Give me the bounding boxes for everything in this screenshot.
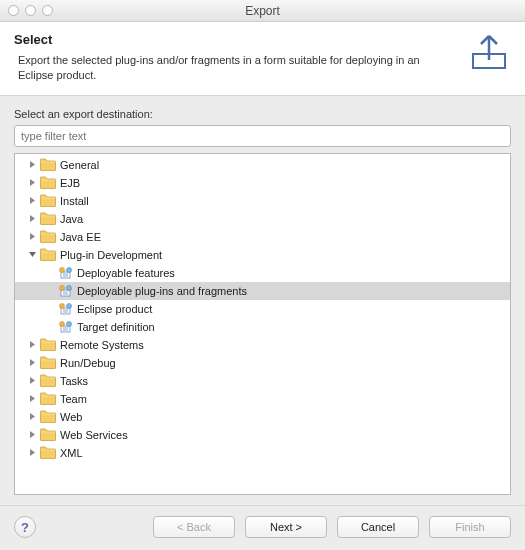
tree-item-label: Eclipse product [77, 303, 152, 315]
tree-item-label: Java EE [60, 231, 101, 243]
export-item-icon [58, 320, 73, 334]
folder-icon [40, 356, 56, 369]
tree-item-label: Remote Systems [60, 339, 144, 351]
zoom-window-button[interactable] [42, 5, 53, 16]
chevron-right-icon[interactable] [27, 375, 38, 386]
folder-icon [40, 374, 56, 387]
tree-item-label: Team [60, 393, 87, 405]
svg-point-2 [60, 267, 65, 272]
svg-point-11 [60, 321, 65, 326]
tree-item-label: Target definition [77, 321, 155, 333]
tree-item[interactable]: Target definition [15, 318, 510, 336]
chevron-right-icon[interactable] [27, 411, 38, 422]
export-tree[interactable]: GeneralEJBInstallJavaJava EEPlug-in Deve… [14, 153, 511, 495]
folder-icon [40, 194, 56, 207]
destination-label: Select an export destination: [14, 108, 511, 120]
folder-icon [40, 446, 56, 459]
wizard-header: Select Export the selected plug-ins and/… [0, 22, 525, 96]
svg-point-8 [60, 303, 65, 308]
tree-item[interactable]: EJB [15, 174, 510, 192]
folder-icon [40, 338, 56, 351]
svg-rect-7 [61, 308, 70, 314]
tree-item[interactable]: Java EE [15, 228, 510, 246]
back-button[interactable]: < Back [153, 516, 235, 538]
tree-item[interactable]: Run/Debug [15, 354, 510, 372]
chevron-right-icon[interactable] [27, 213, 38, 224]
tree-item-label: EJB [60, 177, 80, 189]
chevron-right-icon[interactable] [27, 339, 38, 350]
tree-item-label: Web Services [60, 429, 128, 441]
folder-icon [40, 248, 56, 261]
tree-item[interactable]: Remote Systems [15, 336, 510, 354]
tree-item-label: Run/Debug [60, 357, 116, 369]
folder-icon [40, 176, 56, 189]
chevron-right-icon[interactable] [27, 447, 38, 458]
folder-icon [40, 230, 56, 243]
window-title: Export [0, 4, 525, 18]
svg-point-5 [60, 285, 65, 290]
tree-item-label: Plug-in Development [60, 249, 162, 261]
tree-item-label: Install [60, 195, 89, 207]
tree-item[interactable]: Deployable plug-ins and fragments [15, 282, 510, 300]
tree-item[interactable]: Team [15, 390, 510, 408]
minimize-window-button[interactable] [25, 5, 36, 16]
help-button[interactable]: ? [14, 516, 36, 538]
tree-item-label: Deployable plug-ins and fragments [77, 285, 247, 297]
svg-point-6 [67, 285, 72, 290]
tree-item-label: Web [60, 411, 82, 423]
tree-item[interactable]: Web Services [15, 426, 510, 444]
folder-icon [40, 428, 56, 441]
finish-button[interactable]: Finish [429, 516, 511, 538]
tree-item[interactable]: XML [15, 444, 510, 462]
chevron-right-icon[interactable] [27, 159, 38, 170]
tree-item-label: Tasks [60, 375, 88, 387]
tree-item-label: General [60, 159, 99, 171]
next-button[interactable]: Next > [245, 516, 327, 538]
tree-item[interactable]: Install [15, 192, 510, 210]
tree-item[interactable]: Deployable features [15, 264, 510, 282]
tree-item[interactable]: Plug-in Development [15, 246, 510, 264]
export-item-icon [58, 266, 73, 280]
export-item-icon [58, 302, 73, 316]
close-window-button[interactable] [8, 5, 19, 16]
tree-item[interactable]: Web [15, 408, 510, 426]
tree-item[interactable]: Java [15, 210, 510, 228]
folder-icon [40, 212, 56, 225]
wizard-description: Export the selected plug-ins and/or frag… [14, 53, 457, 83]
filter-input[interactable] [14, 125, 511, 147]
svg-point-12 [67, 321, 72, 326]
export-icon [467, 32, 511, 72]
chevron-right-icon[interactable] [27, 357, 38, 368]
export-item-icon [58, 284, 73, 298]
tree-item[interactable]: Eclipse product [15, 300, 510, 318]
tree-item[interactable]: General [15, 156, 510, 174]
svg-rect-1 [61, 272, 70, 278]
svg-rect-10 [61, 326, 70, 332]
chevron-right-icon[interactable] [27, 429, 38, 440]
tree-item-label: Java [60, 213, 83, 225]
folder-icon [40, 410, 56, 423]
tree-item[interactable]: Tasks [15, 372, 510, 390]
svg-point-9 [67, 303, 72, 308]
wizard-footer: ? < Back Next > Cancel Finish [0, 505, 525, 550]
chevron-right-icon[interactable] [27, 231, 38, 242]
tree-item-label: XML [60, 447, 83, 459]
svg-rect-4 [61, 290, 70, 296]
titlebar: Export [0, 0, 525, 22]
svg-point-3 [67, 267, 72, 272]
folder-icon [40, 158, 56, 171]
chevron-right-icon[interactable] [27, 393, 38, 404]
chevron-right-icon[interactable] [27, 195, 38, 206]
wizard-title: Select [14, 32, 457, 47]
cancel-button[interactable]: Cancel [337, 516, 419, 538]
wizard-body: Select an export destination: GeneralEJB… [0, 96, 525, 505]
tree-item-label: Deployable features [77, 267, 175, 279]
folder-icon [40, 392, 56, 405]
chevron-down-icon[interactable] [27, 249, 38, 260]
chevron-right-icon[interactable] [27, 177, 38, 188]
